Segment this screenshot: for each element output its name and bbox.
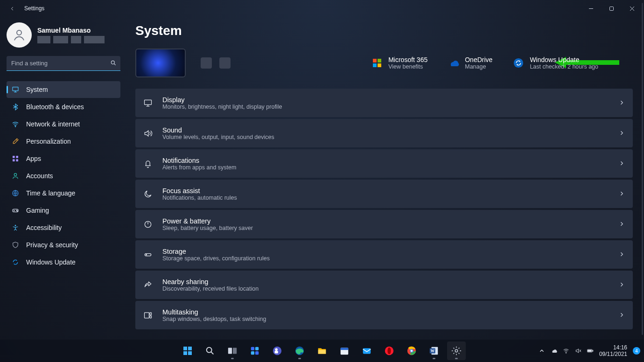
taskbar-file-explorer-icon[interactable] [313, 341, 331, 360]
taskbar-taskview-icon[interactable] [223, 341, 242, 360]
sidebar-item-bluetooth-devices[interactable]: Bluetooth & devices [7, 98, 120, 115]
setting-subtitle: Storage space, drives, configuration rul… [162, 255, 270, 262]
sidebar-item-time-language[interactable]: Time & language [7, 185, 120, 202]
setting-storage[interactable]: StorageStorage space, drives, configurat… [135, 240, 633, 269]
setting-subtitle: Notifications, automatic rules [162, 195, 237, 201]
tile-microsoft365[interactable]: Microsoft 365View benefits [371, 56, 427, 70]
wifi-icon [11, 120, 20, 128]
tray-chevron[interactable] [539, 348, 545, 354]
svg-rect-3 [13, 87, 18, 91]
sidebar-item-label: Gaming [26, 207, 49, 214]
svg-rect-20 [145, 100, 152, 104]
setting-nearby-sharing[interactable]: Nearby sharingDiscoverability, received … [135, 271, 633, 299]
setting-title: Display [162, 96, 282, 104]
rename-pc-button[interactable] [201, 57, 212, 69]
taskbar-widgets-icon[interactable] [245, 341, 264, 360]
svg-text:W: W [431, 349, 435, 353]
svg-point-40 [275, 348, 278, 351]
taskbar-word-icon[interactable]: W [425, 341, 443, 360]
taskbar-search-icon[interactable] [201, 341, 219, 360]
svg-point-2 [111, 61, 114, 64]
maximize-button[interactable] [601, 2, 622, 15]
profile[interactable]: Samuel Mbanaso [7, 22, 120, 48]
ms365-sub: View benefits [388, 63, 427, 70]
setting-power-battery[interactable]: Power & batterySleep, battery usage, bat… [135, 210, 633, 238]
tray-onedrive-icon[interactable] [551, 348, 557, 354]
tray-wifi-icon[interactable] [563, 348, 569, 354]
bell-icon [142, 159, 154, 168]
svg-point-48 [387, 348, 391, 355]
back-button[interactable] [2, 2, 22, 15]
taskbar-settings-icon[interactable] [447, 341, 466, 360]
sidebar-item-label: Accessibility [26, 224, 62, 231]
svg-rect-41 [275, 351, 278, 354]
svg-rect-35 [251, 347, 254, 350]
sidebar-item-privacy-security[interactable]: Privacy & security [7, 237, 120, 253]
taskbar-chrome-icon[interactable] [402, 341, 421, 360]
clock[interactable]: 14:16 09/11/2021 [599, 344, 627, 357]
desktop-preview[interactable] [135, 49, 186, 77]
svg-point-14 [15, 225, 16, 226]
svg-rect-0 [609, 7, 613, 10]
sidebar-item-apps[interactable]: Apps [7, 150, 120, 167]
chevron-right-icon [619, 190, 624, 198]
setting-multitasking[interactable]: MultitaskingSnap windows, desktops, task… [135, 301, 633, 329]
sidebar-item-system[interactable]: System [7, 81, 120, 98]
sidebar-item-accounts[interactable]: Accounts [7, 167, 120, 184]
onedrive-sub: Manage [465, 63, 492, 70]
close-button[interactable] [622, 2, 642, 15]
sidebar-item-network-internet[interactable]: Network & internet [7, 116, 120, 132]
clock-time: 14:16 [599, 344, 627, 351]
minimize-button[interactable] [581, 2, 601, 15]
onedrive-icon [448, 57, 459, 69]
setting-subtitle: Volume levels, output, input, sound devi… [162, 134, 274, 140]
svg-rect-8 [16, 159, 18, 161]
setting-title: Power & battery [162, 217, 253, 225]
svg-rect-15 [373, 59, 377, 63]
setting-notifications[interactable]: NotificationsAlerts from apps and system [135, 149, 633, 178]
tile-onedrive[interactable]: OneDriveManage [448, 56, 492, 70]
device-status-button[interactable] [219, 57, 231, 69]
sidebar-item-accessibility[interactable]: Accessibility [7, 219, 120, 236]
setting-subtitle: Sleep, battery usage, battery saver [162, 225, 253, 231]
taskbar-edge-icon[interactable] [290, 341, 309, 360]
svg-rect-26 [150, 315, 151, 318]
multitask-icon [142, 311, 154, 320]
setting-subtitle: Alerts from apps and system [162, 164, 236, 171]
taskbar-teams-icon[interactable] [268, 341, 287, 360]
svg-rect-43 [318, 350, 326, 354]
sidebar-item-windows-update[interactable]: Windows Update [7, 254, 120, 271]
search-box[interactable] [7, 56, 120, 71]
svg-rect-33 [228, 348, 232, 354]
search-input[interactable] [7, 56, 120, 71]
chevron-right-icon [619, 160, 624, 168]
scrollbar[interactable] [642, 3, 643, 335]
chevron-right-icon [619, 129, 624, 138]
person-icon [11, 172, 20, 180]
sound-icon [142, 129, 154, 138]
setting-subtitle: Monitors, brightness, night light, displ… [162, 104, 282, 110]
sidebar-item-label: System [26, 86, 48, 93]
taskbar-start-icon[interactable] [178, 341, 197, 360]
setting-display[interactable]: DisplayMonitors, brightness, night light… [135, 89, 633, 117]
svg-point-9 [14, 174, 16, 176]
setting-focus-assist[interactable]: Focus assistNotifications, automatic rul… [135, 180, 633, 208]
notification-count[interactable]: 4 [633, 347, 640, 355]
svg-point-4 [15, 126, 15, 127]
svg-point-19 [514, 58, 523, 68]
setting-title: Multitasking [162, 308, 266, 316]
taskbar-opera-icon[interactable] [380, 341, 399, 360]
svg-rect-28 [183, 347, 187, 350]
setting-sound[interactable]: SoundVolume levels, output, input, sound… [135, 119, 633, 147]
sidebar-item-personalization[interactable]: Personalization [7, 133, 120, 150]
sidebar-item-gaming[interactable]: Gaming [7, 202, 120, 219]
sidebar-item-label: Network & internet [26, 120, 80, 128]
taskbar-mail-icon[interactable] [357, 341, 376, 360]
svg-rect-34 [233, 348, 237, 354]
tray-battery-icon[interactable] [587, 348, 594, 354]
tile-windows-update[interactable]: Windows UpdateLast checked: 2 hours ago [513, 56, 598, 70]
tray-volume-icon[interactable] [575, 348, 581, 354]
taskbar-calendar-icon[interactable] [335, 341, 354, 360]
clock-date: 09/11/2021 [599, 351, 627, 357]
svg-point-13 [17, 211, 17, 211]
